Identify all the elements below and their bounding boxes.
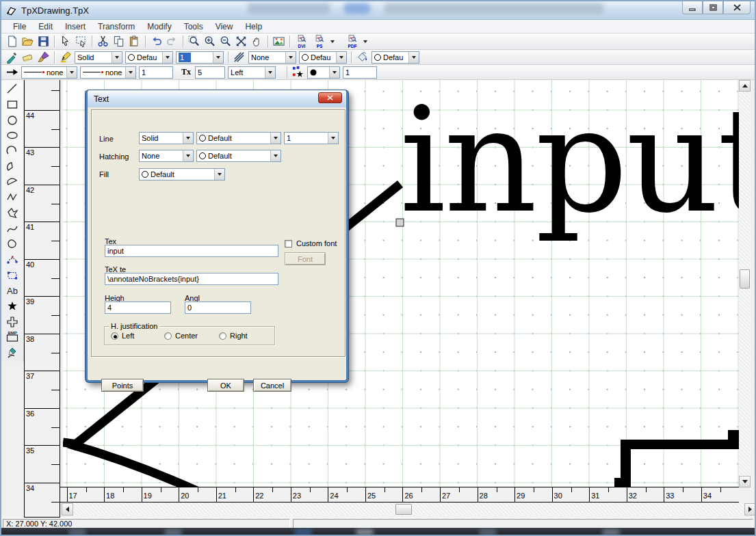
custom-font-checkbox[interactable] xyxy=(285,240,292,247)
select-button[interactable] xyxy=(57,34,73,49)
minimize-button[interactable] xyxy=(682,1,703,14)
line-color-combo[interactable]: Defau xyxy=(125,51,173,64)
text-size-input[interactable] xyxy=(195,66,225,79)
vertical-scrollbar[interactable] xyxy=(739,80,751,487)
horizontal-scroll-thumb[interactable] xyxy=(395,504,412,515)
menu-insert[interactable]: Insert xyxy=(59,21,92,33)
scroll-down-button[interactable] xyxy=(739,476,751,487)
tex-text-input[interactable] xyxy=(105,273,278,285)
scroll-left-button[interactable] xyxy=(62,503,73,515)
export-picture-button[interactable] xyxy=(271,34,287,49)
tool-star[interactable] xyxy=(3,299,21,314)
dialog-fill-color-combo[interactable]: Default xyxy=(139,168,225,180)
select-area-button[interactable] xyxy=(73,34,89,49)
tool-arc[interactable] xyxy=(3,144,21,159)
arrow-size-input[interactable] xyxy=(139,66,173,79)
undo-button[interactable] xyxy=(148,34,164,49)
tool-rectangle[interactable] xyxy=(3,97,21,113)
dialog-hatching-style-combo[interactable]: None xyxy=(139,150,194,162)
line-style-tool-button[interactable] xyxy=(57,50,73,64)
paste-button[interactable] xyxy=(127,34,142,49)
hatching-tool-button[interactable] xyxy=(231,50,247,64)
cut-button[interactable] xyxy=(95,34,111,49)
zoom-area-button[interactable] xyxy=(186,34,202,49)
tool-closed-curve[interactable] xyxy=(3,237,21,252)
tool-segment[interactable] xyxy=(3,174,21,190)
menu-edit[interactable]: Edit xyxy=(32,21,59,33)
font-button[interactable]: Font xyxy=(285,252,326,265)
tool-line[interactable] xyxy=(3,81,21,97)
arrow-end-combo[interactable]: none xyxy=(80,66,136,79)
point-tool-button[interactable] xyxy=(290,65,306,79)
tool-symbol[interactable] xyxy=(3,314,21,330)
tool-polygon[interactable] xyxy=(3,206,21,222)
height-input[interactable] xyxy=(105,302,171,314)
tool-closed-bezier[interactable] xyxy=(3,267,21,283)
preview-ps-button[interactable]: PS xyxy=(311,35,328,48)
vertical-scroll-thumb[interactable] xyxy=(740,269,750,289)
menu-modify[interactable]: Modify xyxy=(141,21,177,33)
horizontal-scrollbar[interactable] xyxy=(62,502,756,516)
dialog-line-color-combo[interactable]: Default xyxy=(196,132,281,144)
ok-button[interactable]: OK xyxy=(207,379,244,392)
text-value-input[interactable] xyxy=(105,245,278,257)
preview-dvi-button[interactable]: DVI xyxy=(293,35,311,48)
save-button[interactable] xyxy=(36,34,51,49)
menu-tools[interactable]: Tools xyxy=(178,21,209,33)
menu-file[interactable]: File xyxy=(7,21,32,33)
tool-polyline[interactable] xyxy=(3,190,21,206)
point-size-input[interactable] xyxy=(343,66,377,79)
tool-freehand[interactable] xyxy=(3,345,21,361)
fill-tool-button[interactable] xyxy=(354,50,370,64)
menu-transform[interactable]: Transform xyxy=(92,21,141,33)
arrow-begin-combo[interactable]: none xyxy=(21,66,77,79)
scroll-up-button[interactable] xyxy=(739,80,751,92)
tool-sector[interactable] xyxy=(3,159,21,174)
dialog-title-bar[interactable]: Text xyxy=(88,90,346,107)
justify-left-radio[interactable]: Left xyxy=(111,332,134,340)
dialog-hatching-color-combo[interactable]: Default xyxy=(196,150,281,162)
tool-bezier-path[interactable] xyxy=(3,252,21,268)
dialog-line-style-combo[interactable]: Solid xyxy=(139,132,194,144)
tool-curve[interactable] xyxy=(3,221,21,237)
pick-properties-button[interactable] xyxy=(4,50,20,64)
tool-circle[interactable] xyxy=(3,112,21,128)
hatching-color-combo[interactable]: Defau xyxy=(299,51,347,64)
preview-dropdown-button[interactable] xyxy=(328,35,337,49)
close-button[interactable] xyxy=(723,1,751,14)
selection-handle-black[interactable] xyxy=(728,430,739,441)
zoom-out-button[interactable] xyxy=(218,34,233,49)
apply-properties-button[interactable] xyxy=(36,50,51,64)
new-button[interactable] xyxy=(4,34,20,49)
angle-input[interactable] xyxy=(185,302,251,314)
point-style-combo[interactable] xyxy=(307,66,340,79)
line-style-combo[interactable]: Solid xyxy=(75,51,122,64)
pdf-dropdown-button[interactable] xyxy=(361,35,369,49)
cancel-button[interactable]: Cancel xyxy=(253,379,291,392)
menu-help[interactable]: Help xyxy=(239,21,268,33)
line-width-combo[interactable]: 1 xyxy=(176,51,224,64)
default-properties-button[interactable] xyxy=(20,50,36,64)
maximize-button[interactable] xyxy=(703,1,723,14)
dialog-close-button[interactable] xyxy=(318,92,342,103)
justify-center-radio[interactable]: Center xyxy=(164,332,198,340)
pan-button[interactable] xyxy=(249,34,265,49)
tool-text[interactable]: Ab xyxy=(3,283,21,299)
tool-ellipse[interactable] xyxy=(3,128,21,144)
fill-color-combo[interactable]: Defau xyxy=(372,51,419,64)
arrow-tool-button[interactable] xyxy=(4,65,20,79)
justify-right-radio[interactable]: Right xyxy=(219,332,248,340)
redo-button[interactable] xyxy=(164,34,180,49)
text-justification-combo[interactable]: Left xyxy=(228,66,276,79)
scroll-right-button[interactable] xyxy=(744,503,756,515)
shape-curve[interactable] xyxy=(68,444,197,487)
preview-pdf-button[interactable]: PDF xyxy=(343,35,361,48)
selection-handle-gray[interactable] xyxy=(396,219,404,226)
shape-corner-horizontal[interactable] xyxy=(621,440,739,449)
points-button[interactable]: Points xyxy=(101,379,144,392)
tool-bitmap[interactable]: BMP xyxy=(3,330,21,345)
hatching-style-combo[interactable]: None xyxy=(248,51,296,64)
custom-font-option[interactable]: Custom font xyxy=(285,239,337,247)
selection-handle-black[interactable] xyxy=(614,478,625,487)
dialog-line-width-combo[interactable]: 1 xyxy=(284,132,339,144)
